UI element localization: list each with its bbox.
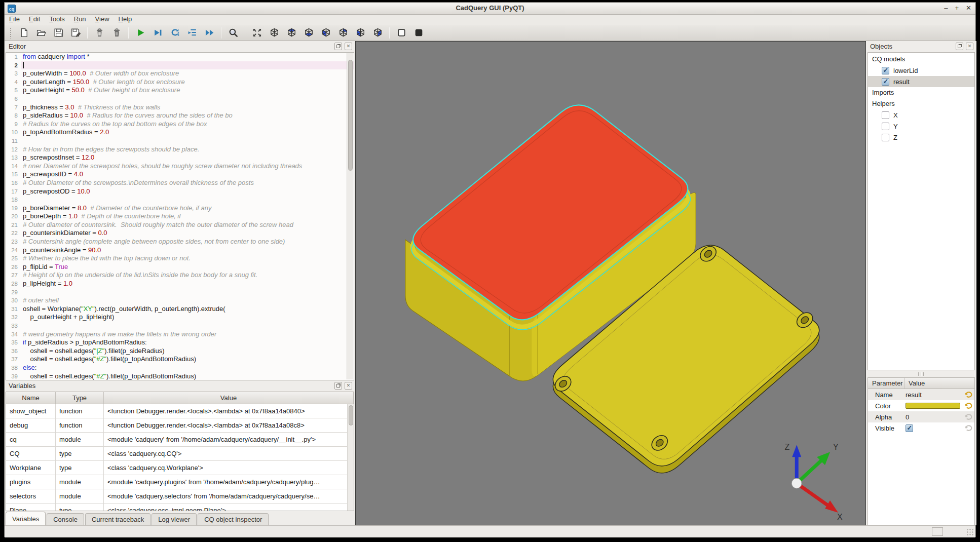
front-view-button[interactable] [319, 26, 332, 40]
tree-item-label: lowerLid [893, 67, 918, 74]
fit-all-button[interactable] [250, 26, 263, 40]
parameter-row-alpha[interactable]: Alpha0 [868, 411, 974, 422]
tree-group-helpers[interactable]: Helpers [868, 98, 974, 109]
bottom-view-button[interactable] [302, 26, 315, 40]
editor-float-button[interactable] [334, 43, 342, 50]
variables-float-button[interactable] [334, 382, 342, 390]
inspect-button[interactable] [227, 26, 240, 40]
tree-item-label: Y [893, 123, 898, 130]
delete-button[interactable] [110, 26, 123, 40]
variable-row-show_object[interactable]: show_objectfunction<function Debugger.re… [6, 404, 354, 418]
code-line-15: 15p_screwpostID = 4.0 [6, 170, 354, 179]
line-number: 24 [6, 246, 21, 255]
editor-scrollbar[interactable] [347, 53, 353, 379]
checkbox-lowerlid[interactable] [882, 67, 889, 74]
variable-row-plugins[interactable]: pluginsmodule<module 'cadquery.plugins' … [6, 475, 354, 489]
tree-item-z[interactable]: Z [868, 132, 974, 143]
code-editor[interactable]: 1from cadquery import *23p_outerWidth = … [6, 52, 354, 380]
maximize-button[interactable]: + [955, 4, 959, 12]
color-swatch[interactable] [906, 403, 960, 409]
right-dock-splitter[interactable] [866, 370, 976, 377]
debug-button[interactable] [151, 26, 164, 40]
step-into-button[interactable] [185, 26, 199, 40]
menu-file[interactable]: File [5, 15, 24, 25]
right-view-button[interactable] [371, 26, 384, 40]
checkbox-y[interactable] [882, 123, 889, 130]
resize-grip[interactable] [967, 529, 974, 536]
variable-row-cq[interactable]: cqmodule<module 'cadquery' from '/home/a… [6, 433, 354, 447]
parameter-value[interactable] [898, 424, 964, 432]
back-view-button[interactable] [336, 26, 350, 40]
top-view-button[interactable] [285, 26, 298, 40]
objects-float-button[interactable] [956, 43, 963, 50]
undo-icon[interactable] [964, 391, 973, 399]
undo-icon[interactable] [964, 424, 973, 432]
variable-row-selectors[interactable]: selectorsmodule<module 'cadquery.selecto… [6, 489, 354, 504]
left-view-button[interactable] [354, 26, 367, 40]
toolbar-drag-handle[interactable] [10, 27, 12, 38]
continue-button[interactable] [203, 26, 216, 40]
variable-row-Workplane[interactable]: Workplanetype<class 'cadquery.cq.Workpla… [6, 461, 354, 475]
menu-edit[interactable]: Edit [24, 15, 45, 25]
tree-group-imports[interactable]: Imports [868, 87, 974, 98]
parameter-value[interactable]: result [898, 391, 964, 399]
clear-button[interactable] [93, 26, 106, 40]
render-button[interactable] [134, 26, 147, 40]
tree-item-result[interactable]: result [868, 76, 974, 87]
code-line-13: 13p_screwpostInset = 12.0 [6, 153, 354, 162]
step-button[interactable] [168, 26, 181, 40]
tree-item-lowerlid[interactable]: lowerLid [868, 65, 974, 76]
parameter-value[interactable]: 0 [898, 413, 964, 421]
parameter-row-name[interactable]: Nameresult [868, 389, 974, 400]
undo-icon[interactable] [964, 413, 973, 421]
parameter-row-visible[interactable]: Visible [868, 422, 974, 434]
tab-cq-object-inspector[interactable]: CQ object inspector [198, 513, 269, 525]
tree-item-y[interactable]: Y [868, 121, 974, 132]
variables-close-button[interactable]: ✕ [345, 382, 352, 390]
checkbox-z[interactable] [882, 134, 889, 141]
objects-close-button[interactable]: ✕ [966, 43, 973, 50]
variable-row-debug[interactable]: debugfunction<function Debugger.render.<… [6, 418, 354, 433]
objects-panel: Objects ✕ CQ modelslowerLidresultImports… [866, 41, 976, 370]
variable-row-Plane[interactable]: Planetype<class 'cadquery.occ_impl.geom.… [6, 504, 354, 511]
save-button[interactable] [52, 26, 65, 40]
code-text: p_outerWidth = 100.0 # Outer width of bo… [21, 69, 354, 78]
parameter-value[interactable] [898, 403, 964, 409]
tab-log-viewer[interactable]: Log viewer [152, 513, 197, 525]
menu-view[interactable]: View [91, 15, 114, 25]
menu-tools[interactable]: Tools [45, 15, 69, 25]
code-text: # weird geometry happens if we make the … [21, 330, 354, 339]
objects-tree: CQ modelslowerLidresultImportsHelpersXYZ [868, 52, 975, 370]
new-file-button[interactable] [17, 26, 30, 40]
tree-item-x[interactable]: X [868, 109, 974, 121]
checkbox-x[interactable] [882, 111, 889, 119]
iso-view-button[interactable] [268, 26, 281, 40]
tab-variables[interactable]: Variables [6, 512, 46, 525]
wireframe-button[interactable] [395, 26, 408, 40]
checkbox-result[interactable] [882, 78, 889, 86]
undo-icon[interactable] [964, 402, 973, 410]
variable-row-CQ[interactable]: CQtype<class 'cadquery.cq.CQ'> [6, 447, 354, 461]
toolbar-separator [389, 27, 390, 38]
minimize-button[interactable]: – [944, 4, 948, 12]
column-header-name[interactable]: Name [6, 392, 56, 404]
shaded-button[interactable] [412, 26, 425, 40]
editor-scrollbar-thumb[interactable] [348, 60, 353, 171]
save-as-button[interactable] [69, 26, 82, 40]
variables-scrollbar[interactable] [347, 404, 354, 511]
tree-group-cq-models[interactable]: CQ models [868, 54, 974, 65]
visible-checkbox[interactable] [906, 424, 913, 432]
menu-help[interactable]: Help [114, 15, 137, 25]
tab-console[interactable]: Console [47, 513, 84, 525]
open-button[interactable] [34, 26, 48, 40]
title-bar[interactable]: cq CadQuery GUI (PyQT) – + ✕ [5, 3, 975, 15]
column-header-type[interactable]: Type [56, 392, 104, 404]
tab-current-traceback[interactable]: Current traceback [85, 513, 150, 525]
variables-scrollbar-thumb[interactable] [349, 405, 353, 425]
column-header-value[interactable]: Value [104, 392, 354, 404]
menu-run[interactable]: Run [69, 15, 91, 25]
editor-close-button[interactable]: ✕ [345, 43, 352, 50]
close-button[interactable]: ✕ [966, 4, 971, 12]
parameter-row-color[interactable]: Color [868, 400, 974, 411]
3d-viewport[interactable]: Z Y X [355, 41, 866, 525]
